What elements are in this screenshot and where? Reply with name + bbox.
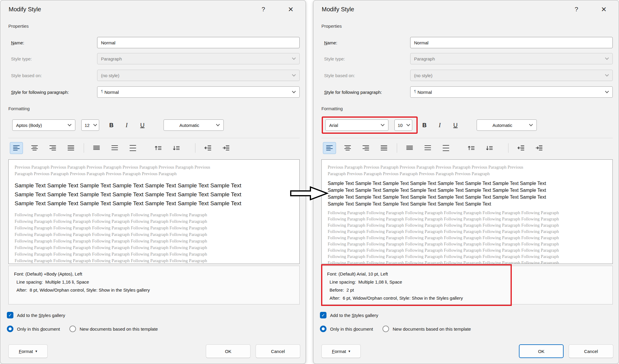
style-type-row: Style type: Paragraph [8, 53, 300, 64]
align-right-button[interactable] [359, 142, 372, 154]
paragraph-toolbar [8, 141, 300, 155]
chevron-down-icon [292, 73, 296, 77]
ok-button[interactable]: OK [206, 344, 251, 358]
add-to-gallery-row: ✓ Add to the Styles gallery [7, 312, 65, 318]
separator [397, 143, 397, 153]
chevron-down-icon [605, 89, 609, 93]
font-color-value: Automatic [164, 123, 215, 128]
help-icon[interactable]: ? [569, 3, 584, 15]
onlydoc-label-rest: ocument [356, 326, 373, 332]
format-button-label: Format [332, 349, 346, 354]
font-color-dropdown[interactable]: Automatic [477, 119, 537, 131]
align-center-icon [344, 144, 352, 152]
style-based-row: Style based on: (no style) [321, 70, 613, 81]
align-center-button[interactable] [341, 142, 354, 154]
separator [195, 143, 195, 153]
decrease-paragraph-spacing-button[interactable] [170, 142, 183, 154]
sample-text: Sample Text Sample Text Sample Text Samp… [328, 180, 606, 207]
chevron-down-icon [605, 73, 609, 77]
font-size-dropdown[interactable]: 12 [81, 119, 99, 131]
style-based-on-value: (no style) [410, 73, 604, 78]
style-type-value: Paragraph [97, 56, 291, 61]
underline-button[interactable]: U [136, 119, 148, 131]
cancel-button[interactable]: Cancel [256, 344, 300, 358]
align-justify-button[interactable] [377, 142, 391, 154]
add-to-gallery-checkbox[interactable]: ✓ [7, 312, 13, 318]
previous-paragraph-text: Previous Paragraph Previous Paragraph Pr… [15, 164, 293, 177]
style-name-input[interactable] [410, 37, 613, 48]
increase-indent-button[interactable] [220, 142, 233, 154]
one-half-spacing-button[interactable] [108, 142, 121, 154]
format-button-label: Format [19, 349, 33, 354]
radio-unselected-icon[interactable] [69, 326, 76, 332]
increase-indent-button[interactable] [533, 142, 546, 154]
ok-button[interactable]: OK [519, 344, 564, 358]
italic-button[interactable]: I [121, 119, 133, 131]
align-left-button[interactable] [10, 142, 23, 154]
increase-paragraph-spacing-icon [467, 144, 475, 152]
dropdown-caret-icon: ▾ [35, 349, 37, 353]
new-documents-option[interactable]: New documents based on this template [69, 326, 158, 332]
font-color-dropdown[interactable]: Automatic [164, 119, 224, 131]
format-button[interactable]: Format ▾ [8, 344, 48, 358]
style-based-on-dropdown: (no style) [97, 70, 300, 81]
help-icon[interactable]: ? [256, 3, 270, 15]
decrease-paragraph-spacing-button[interactable] [483, 142, 496, 154]
decrease-indent-button[interactable] [201, 142, 214, 154]
align-justify-icon [67, 144, 75, 152]
font-name-value: Aptos (Body) [13, 123, 66, 128]
add-to-gallery-checkbox[interactable]: ✓ [320, 312, 326, 318]
align-left-icon [326, 144, 333, 152]
align-center-button[interactable] [28, 142, 41, 154]
one-half-spacing-button[interactable] [421, 142, 434, 154]
style-type-label: Style type: [8, 56, 97, 61]
decrease-indent-button[interactable] [514, 142, 528, 154]
style-description: Font: (Default) +Body (Aptos), Left Line… [8, 266, 300, 304]
single-spacing-button[interactable] [403, 142, 416, 154]
only-this-document-option[interactable]: Only in this document [320, 326, 373, 332]
style-type-row: Style type: Paragraph [321, 53, 613, 64]
align-left-button[interactable] [323, 142, 336, 154]
following-paragraph-dropdown[interactable]: ¶ Normal [97, 86, 300, 98]
bold-button[interactable]: B [105, 119, 117, 131]
align-justify-button[interactable] [64, 142, 77, 154]
font-row: Aptos (Body) 12 B I U Automatic [8, 119, 300, 131]
increase-paragraph-spacing-icon [154, 144, 162, 152]
format-button[interactable]: Format ▾ [321, 344, 361, 358]
single-spacing-icon [93, 144, 100, 152]
onlydoc-label-pre: Only in this [330, 326, 353, 332]
separator [508, 143, 508, 153]
single-spacing-button[interactable] [90, 142, 103, 154]
chevron-down-icon [529, 122, 533, 126]
font-size-dropdown[interactable]: 10 [394, 119, 412, 131]
bold-button[interactable]: B [419, 119, 430, 131]
pilcrow-icon: ¶ [101, 89, 103, 94]
font-name-dropdown[interactable]: Arial [325, 119, 388, 131]
properties-section-label: Properties [321, 24, 342, 29]
increase-paragraph-spacing-button[interactable] [152, 142, 165, 154]
chevron-down-icon [93, 122, 97, 126]
cancel-button[interactable]: Cancel [569, 344, 613, 358]
font-name-dropdown[interactable]: Aptos (Body) [12, 119, 75, 131]
only-this-document-option[interactable]: Only in this document [7, 326, 60, 332]
pilcrow-icon: ¶ [414, 89, 416, 94]
underline-button[interactable]: U [450, 119, 461, 131]
following-paragraph-row: Style for following paragraph: ¶ Normal [321, 86, 613, 98]
increase-paragraph-spacing-button[interactable] [465, 142, 478, 154]
radio-unselected-icon[interactable] [382, 326, 389, 332]
formatting-section-label: Formatting [321, 106, 343, 111]
new-documents-option[interactable]: New documents based on this template [382, 326, 471, 332]
dialog-title: Modify Style [9, 6, 256, 13]
align-right-button[interactable] [46, 142, 59, 154]
following-paragraph-dropdown[interactable]: ¶ Normal [410, 86, 613, 98]
italic-button[interactable]: I [434, 119, 446, 131]
double-spacing-button[interactable] [126, 142, 139, 154]
style-name-input[interactable] [97, 37, 300, 48]
radio-selected-icon[interactable] [320, 326, 326, 332]
double-spacing-button[interactable] [439, 142, 452, 154]
style-based-on-label: Style based on: [321, 73, 410, 78]
gallery-label-accesskey: S [39, 313, 42, 318]
radio-selected-icon[interactable] [7, 326, 13, 332]
close-icon[interactable]: × [284, 3, 298, 15]
close-icon[interactable]: × [597, 3, 611, 15]
